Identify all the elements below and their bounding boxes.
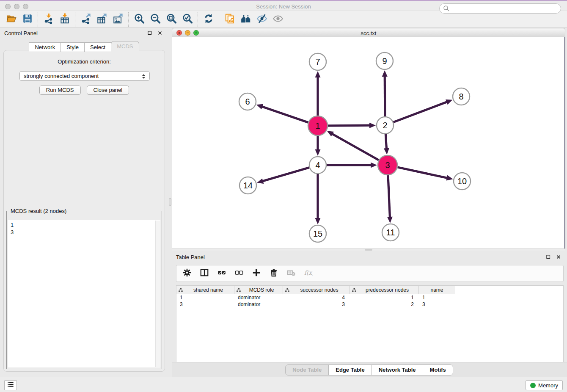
select-all-rows-button[interactable]: [216, 268, 227, 279]
graph-node-6[interactable]: 6: [239, 93, 256, 110]
float-panel-icon[interactable]: [147, 30, 153, 36]
save-session-button[interactable]: [19, 12, 36, 27]
zoom-selected-icon: [182, 13, 193, 26]
graph-node-1[interactable]: 1: [308, 116, 328, 135]
hide-selected-button[interactable]: [254, 12, 270, 27]
close-panel-icon[interactable]: [157, 30, 163, 36]
zoom-out-button[interactable]: [147, 12, 163, 27]
graph-node-15[interactable]: 15: [309, 225, 326, 242]
import-table-icon: [59, 13, 70, 26]
graph-node-7[interactable]: 7: [309, 53, 326, 70]
tab-node-table[interactable]: Node Table: [285, 364, 329, 375]
new-network-from-selection-button[interactable]: [222, 12, 238, 27]
deselect-all-rows-button[interactable]: [234, 268, 245, 279]
network-canvas[interactable]: 7968124314101511: [172, 37, 565, 248]
graph-edge-2-8[interactable]: [394, 102, 448, 122]
cell-successor-nodes[interactable]: 4: [283, 295, 350, 301]
graph-node-8[interactable]: 8: [453, 88, 470, 105]
tab-network-table[interactable]: Network Table: [372, 364, 423, 375]
zoom-selected-button[interactable]: [179, 12, 195, 27]
control-panel-title: Control Panel: [4, 30, 38, 36]
graph-edge-2-9[interactable]: [385, 75, 385, 116]
gear-icon: [182, 268, 192, 279]
column-header-successor-nodes[interactable]: successor nodes: [283, 286, 350, 294]
float-table-panel-icon[interactable]: [545, 254, 552, 260]
graph-edge-3-11[interactable]: [388, 175, 390, 218]
network-graph[interactable]: 7968124314101511: [172, 37, 564, 248]
memory-button[interactable]: Memory: [526, 380, 563, 390]
cell-name[interactable]: 3: [419, 301, 455, 307]
fx-icon: f(x): [304, 268, 313, 279]
new-network-icon: [224, 13, 235, 26]
graph-node-9[interactable]: 9: [376, 52, 393, 69]
column-header-shared-name[interactable]: shared name: [176, 286, 234, 294]
table-row[interactable]: 3dominator323: [176, 301, 563, 308]
cell-mcds-role[interactable]: dominator: [234, 301, 283, 307]
zoom-fit-button[interactable]: [163, 12, 179, 27]
delete-rows-button[interactable]: [268, 268, 279, 279]
graph-node-3[interactable]: 3: [378, 155, 397, 175]
first-neighbors-button[interactable]: [238, 12, 254, 27]
column-header-label: MCDS role: [242, 287, 281, 293]
node-label: 9: [382, 56, 387, 66]
apply-preferred-layout-button[interactable]: [201, 12, 217, 27]
column-header-name[interactable]: name: [419, 286, 455, 294]
column-header-predecessor-nodes[interactable]: predecessor nodes: [350, 286, 419, 294]
graph-node-14[interactable]: 14: [239, 177, 256, 194]
close-panel-button[interactable]: Close panel: [87, 86, 129, 95]
export-table-button[interactable]: [94, 12, 110, 27]
show-all-button: [270, 12, 286, 27]
import-network-button[interactable]: [41, 12, 57, 27]
column-header-mcds-role[interactable]: MCDS role: [234, 286, 283, 294]
add-column-button[interactable]: [251, 268, 262, 279]
tab-select[interactable]: Select: [84, 42, 111, 52]
toolbar-divider: [128, 12, 129, 27]
graph-edge-2-3[interactable]: [385, 134, 386, 149]
graph-edge-3-10[interactable]: [397, 167, 448, 178]
tab-network[interactable]: Network: [29, 42, 61, 52]
result-scrollbar[interactable]: [155, 221, 160, 367]
control-panel-header: Control Panel: [0, 28, 168, 39]
table-row[interactable]: 1dominator411: [176, 294, 563, 301]
cell-shared-name[interactable]: 1: [176, 295, 234, 301]
mcds-result-box[interactable]: 1 3: [8, 220, 160, 367]
graph-node-2[interactable]: 2: [377, 117, 394, 134]
cell-predecessor-nodes[interactable]: 1: [350, 295, 419, 301]
criterion-select[interactable]: strongly connected component: [19, 71, 150, 81]
graph-edge-1-2[interactable]: [328, 125, 371, 126]
import-table-button[interactable]: [57, 12, 73, 27]
export-network-button[interactable]: [78, 12, 94, 27]
export-image-button[interactable]: [110, 12, 126, 27]
tab-motifs[interactable]: Motifs: [423, 364, 453, 375]
cell-successor-nodes[interactable]: 3: [283, 301, 350, 307]
horizontal-splitter-grip[interactable]: [365, 249, 372, 251]
toggle-panel-split-button[interactable]: [199, 268, 210, 279]
cell-predecessor-nodes[interactable]: 2: [350, 301, 419, 307]
open-session-button[interactable]: [3, 12, 19, 27]
task-history-button[interactable]: [4, 380, 17, 390]
graph-edge-4-14[interactable]: [262, 168, 309, 182]
vertical-splitter[interactable]: [168, 28, 172, 377]
search-input[interactable]: [439, 3, 561, 14]
tab-style[interactable]: Style: [61, 42, 85, 52]
graph-node-4[interactable]: 4: [309, 157, 326, 174]
table-panel-title: Table Panel: [176, 254, 205, 260]
table-settings-button[interactable]: [182, 268, 193, 279]
list-icon: [6, 380, 15, 390]
tab-mcds[interactable]: MCDS: [111, 41, 139, 52]
cell-mcds-role[interactable]: dominator: [234, 295, 283, 301]
network-window-titlebar[interactable]: x–+ scc.txt: [172, 28, 565, 37]
graph-node-10[interactable]: 10: [454, 173, 471, 190]
graph-edge-1-6[interactable]: [261, 106, 308, 122]
close-table-panel-icon[interactable]: [556, 254, 562, 260]
function-builder-button: f(x): [303, 268, 314, 279]
splitter-grip[interactable]: [169, 198, 171, 206]
cell-shared-name[interactable]: 3: [176, 301, 234, 307]
graph-node-11[interactable]: 11: [382, 224, 399, 241]
trash-icon: [269, 268, 278, 279]
zoom-in-button[interactable]: [131, 12, 147, 27]
graph-edge-3-1[interactable]: [331, 133, 379, 160]
tab-edge-table[interactable]: Edge Table: [328, 364, 372, 375]
run-mcds-button[interactable]: Run MCDS: [39, 86, 81, 95]
cell-name[interactable]: 1: [419, 295, 455, 301]
